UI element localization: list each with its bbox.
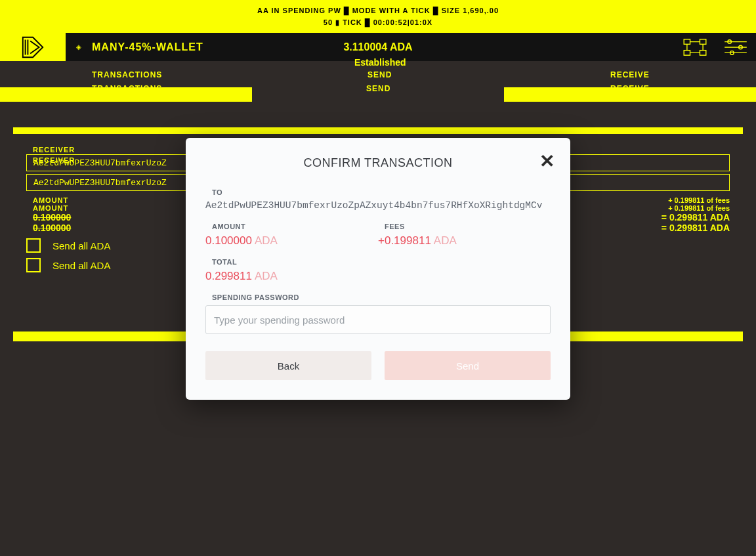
modal-title: CONFIRM TRANSACTION bbox=[205, 156, 551, 170]
amount-number: 0.100000 bbox=[205, 234, 252, 247]
modal-fees-value: +0.199811ADA bbox=[378, 234, 551, 247]
send-button[interactable]: Send bbox=[385, 351, 551, 380]
modal-amount-label: AMOUNT bbox=[212, 223, 378, 230]
to-label: TO bbox=[212, 188, 551, 196]
back-button[interactable]: Back bbox=[205, 351, 371, 380]
fees-unit: ADA bbox=[434, 234, 457, 247]
amount-col: AMOUNT 0.100000ADA bbox=[205, 223, 378, 258]
to-address: Ae2tdPwUPEZ3HUU7bmfexrUzoZpAZxuyt4b4bn7f… bbox=[205, 200, 551, 211]
modal-amount-value: 0.100000ADA bbox=[205, 234, 378, 247]
amount-fees-row: AMOUNT 0.100000ADA FEES +0.199811ADA bbox=[205, 223, 551, 258]
modal-overlay: CONFIRM TRANSACTION ✕ TO Ae2tdPwUPEZ3HUU… bbox=[0, 0, 756, 556]
spending-password-input[interactable] bbox=[205, 305, 551, 334]
modal-buttons: Back Send bbox=[205, 351, 551, 380]
amount-unit: ADA bbox=[255, 234, 278, 247]
total-unit: ADA bbox=[255, 270, 278, 282]
spending-password-label: SPENDING PASSWORD bbox=[212, 293, 551, 301]
total-number: 0.299811 bbox=[205, 270, 252, 282]
modal-fees-label: FEES bbox=[385, 223, 551, 230]
fees-number: +0.199811 bbox=[378, 234, 431, 247]
modal-total-value: 0.299811ADA bbox=[205, 270, 551, 283]
confirm-transaction-dialog: CONFIRM TRANSACTION ✕ TO Ae2tdPwUPEZ3HUU… bbox=[186, 138, 570, 400]
close-icon[interactable]: ✕ bbox=[539, 152, 555, 171]
fees-col: FEES +0.199811ADA bbox=[378, 223, 551, 258]
modal-total-label: TOTAL bbox=[212, 258, 551, 266]
